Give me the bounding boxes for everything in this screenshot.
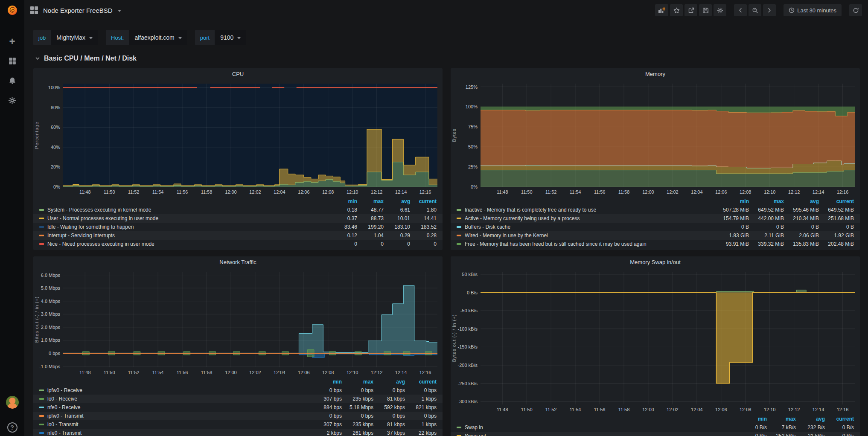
create-plus-icon[interactable]: +: [5, 37, 20, 46]
variable-host[interactable]: Host: alfaexploit.com: [106, 30, 187, 45]
legend-col-max[interactable]: max: [749, 198, 784, 204]
legend-row: Inactive - Memory that is completely fre…: [451, 206, 860, 214]
legend-col-max[interactable]: max: [342, 379, 373, 385]
legend-col-min[interactable]: min: [738, 416, 767, 422]
memory-swap-chart[interactable]: 50 kB/s0 B/s-50 kB/s-100 kB/s-150 kB/s-2…: [451, 268, 860, 414]
row-basic-cpu-mem-net-disk[interactable]: Basic CPU / Mem / Net / Disk: [35, 55, 137, 62]
legend-series-label[interactable]: Buffers - Disk cache: [465, 224, 714, 230]
panel-title-cpu[interactable]: CPU: [33, 68, 443, 80]
caret-down-icon: [237, 37, 241, 39]
legend-series-label[interactable]: lo0 - Transmit: [47, 421, 310, 427]
svg-text:Percentage: Percentage: [34, 122, 39, 149]
legend-series-label[interactable]: Active - Memory currently being used by …: [465, 215, 714, 221]
legend-series-label[interactable]: Interrupt - Servicing interrupts: [47, 233, 331, 238]
legend-series-label[interactable]: Wired - Memory in use by the Kernel: [465, 233, 714, 238]
dashboard-title-button[interactable]: Node Exporter FreeBSD: [30, 6, 121, 14]
svg-text:12:12: 12:12: [788, 189, 800, 195]
variable-port[interactable]: port 9100: [195, 30, 247, 45]
legend-series-label[interactable]: Idle - Waiting for something to happen: [47, 224, 331, 230]
star-button[interactable]: [670, 4, 683, 16]
legend-col-current[interactable]: current: [405, 379, 437, 385]
legend-col-min[interactable]: min: [331, 198, 357, 204]
legend-value: 884 bps: [310, 404, 342, 410]
panel-memory: Memory 0%25%50%75%100%125%11:4811:5011:5…: [451, 68, 860, 250]
share-icon: [688, 7, 694, 14]
legend-series-label[interactable]: Swap out: [465, 433, 738, 436]
legend-series-label[interactable]: ipfw0 - Transmit: [47, 413, 310, 419]
time-back-button[interactable]: [734, 4, 747, 16]
dashboard-grid-icon: [30, 6, 38, 14]
legend-col-min[interactable]: min: [714, 198, 749, 204]
panel-title-swap[interactable]: Memory Swap in/out: [451, 256, 860, 268]
svg-text:11:50: 11:50: [104, 370, 115, 375]
help-icon[interactable]: ?: [7, 422, 17, 433]
avatar[interactable]: [6, 396, 19, 409]
svg-text:11:54: 11:54: [570, 407, 581, 412]
legend-col-current[interactable]: current: [825, 416, 854, 422]
legend-series-label[interactable]: lo0 - Receive: [47, 396, 310, 402]
settings-button[interactable]: [714, 4, 726, 16]
legend-col-avg[interactable]: avg: [784, 198, 819, 204]
legend-row: Buffers - Disk cache0 B0 B0 B0 B: [451, 223, 860, 231]
series-color-swatch: [457, 243, 461, 245]
svg-text:12:14: 12:14: [395, 189, 407, 195]
legend-col-min[interactable]: min: [310, 379, 342, 385]
legend-row: Idle - Waiting for something to happen83…: [33, 223, 443, 231]
legend-value: 135.83 MiB: [784, 241, 819, 247]
share-button[interactable]: [684, 4, 697, 16]
legend-col-avg[interactable]: avg: [384, 198, 410, 204]
legend-series-label[interactable]: System - Processes executing in kernel m…: [47, 207, 331, 213]
legend-series-label[interactable]: nfe0 - Receive: [47, 404, 310, 410]
panel-title-memory[interactable]: Memory: [451, 68, 860, 80]
add-panel-button[interactable]: [655, 4, 668, 16]
grafana-logo[interactable]: [0, 0, 24, 20]
series-color-swatch: [39, 218, 44, 219]
legend-value: 10.01: [384, 215, 410, 221]
legend-col-current[interactable]: current: [410, 198, 437, 204]
legend-col-avg[interactable]: avg: [796, 416, 825, 422]
legend-value: 649.52 MiB: [749, 207, 784, 213]
svg-text:11:58: 11:58: [201, 370, 213, 375]
time-range-picker[interactable]: Last 30 minutes: [784, 4, 842, 16]
network-traffic-chart[interactable]: -1.0 Mbps0 bps1.0 Mbps2.0 Mbps3.0 Mbps4.…: [33, 268, 443, 377]
legend-series-label[interactable]: Nice - Niced processes executing in user…: [47, 241, 331, 247]
svg-text:12:10: 12:10: [764, 189, 776, 195]
legend-series-label[interactable]: Swap in: [465, 424, 738, 430]
variable-job[interactable]: job MightyMax: [33, 30, 98, 45]
legend-col-max[interactable]: max: [767, 416, 796, 422]
legend-value: 22 kbps: [405, 430, 437, 436]
legend-row: Active - Memory currently being used by …: [451, 214, 860, 223]
legend-value: 0 bps: [405, 413, 437, 419]
configuration-gear-icon[interactable]: [5, 96, 20, 105]
alerting-bell-icon[interactable]: [5, 76, 20, 85]
legend-value: 235 kbps: [342, 396, 373, 402]
add-panel-icon: [658, 7, 665, 14]
legend-row: Interrupt - Servicing interrupts0.121.04…: [33, 231, 443, 240]
legend-col-max[interactable]: max: [357, 198, 384, 204]
svg-text:11:56: 11:56: [177, 189, 188, 195]
legend-series-label[interactable]: Free - Memory that has been freed but is…: [465, 241, 714, 247]
time-forward-button[interactable]: [763, 4, 776, 16]
cpu-chart[interactable]: 0%20%40%60%80%100%11:4811:5011:5211:5411…: [33, 80, 443, 196]
legend-value: 0 B: [784, 224, 819, 230]
panel-memory-swap: Memory Swap in/out 50 kB/s0 B/s-50 kB/s-…: [451, 256, 860, 436]
legend-value: 2.11 GiB: [749, 233, 784, 238]
zoom-out-button[interactable]: [749, 4, 761, 16]
save-button[interactable]: [699, 4, 712, 16]
dashboards-icon[interactable]: [5, 56, 20, 66]
variable-host-label: Host:: [106, 30, 129, 45]
legend-col-current[interactable]: current: [819, 198, 854, 204]
series-color-swatch: [39, 424, 44, 425]
variable-host-value: alfaexploit.com: [134, 34, 174, 41]
memory-chart[interactable]: 0%25%50%75%100%125%11:4811:5011:5211:541…: [451, 80, 860, 196]
legend-value: 0 B/s: [825, 433, 854, 436]
legend-series-label[interactable]: Inactive - Memory that is completely fre…: [465, 207, 714, 213]
legend-value: 0: [331, 241, 357, 247]
caret-down-icon: [89, 37, 93, 39]
refresh-button[interactable]: [849, 4, 862, 16]
panel-title-network[interactable]: Network Traffic: [33, 256, 443, 268]
legend-series-label[interactable]: User - Normal processes executing in use…: [47, 215, 331, 221]
legend-col-avg[interactable]: avg: [373, 379, 405, 385]
legend-series-label[interactable]: ipfw0 - Receive: [47, 387, 310, 393]
legend-series-label[interactable]: nfe0 - Transmit: [47, 430, 310, 436]
